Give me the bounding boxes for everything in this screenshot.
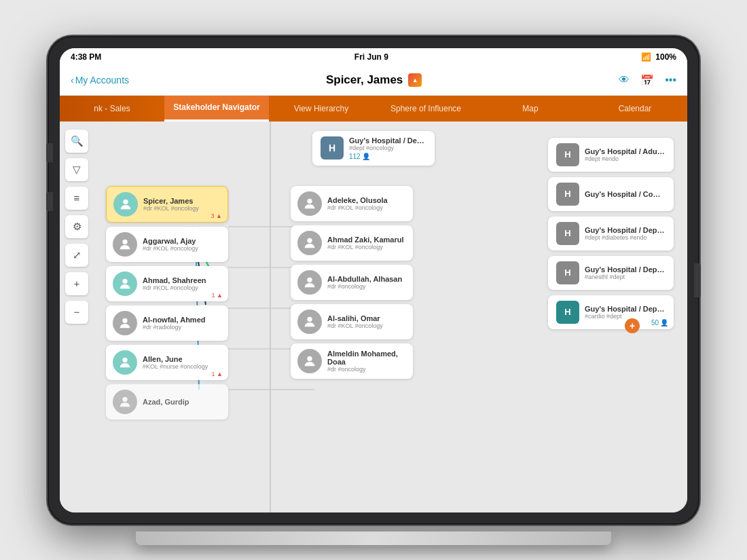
person-icon: 👤 [362, 153, 370, 160]
filter-button[interactable]: ▽ [65, 158, 88, 181]
hospital-card-commu[interactable]: H Guy's Hospital / Commu... [548, 177, 674, 211]
minus-icon: − [74, 306, 80, 318]
person-card-alnowfal[interactable]: Al-nowfal, Ahmed #dr #radiology [106, 305, 228, 341]
person-info-allen: Allen, June #KOL #nurse #oncology [143, 355, 221, 370]
status-date: Fri Jun 9 [354, 52, 388, 62]
tab-hierarchy[interactable]: View Hierarchy [269, 96, 374, 122]
person-info-ahmad-zaki: Ahmad Zaki, Kamarul #dr #KOL #oncology [327, 236, 406, 250]
left-toolbar: 🔍 ▽ ≡ ⚙ ⤢ + − [65, 130, 88, 324]
expand-button[interactable]: ⤢ [65, 244, 88, 267]
plus-icon: + [74, 278, 80, 289]
person-card-ahmad-zaki[interactable]: Ahmad Zaki, Kamarul #dr #KOL #oncology [291, 225, 413, 261]
volume-up-button[interactable] [46, 143, 53, 162]
nav-actions: 👁 📅 ••• [619, 74, 676, 87]
svg-point-16 [122, 239, 127, 244]
status-time: 4:38 PM [71, 52, 101, 62]
gear-icon: ⚙ [73, 221, 81, 233]
list-icon: ≡ [74, 192, 80, 204]
person-card-almeldin[interactable]: Almeldin Mohamed, Doaa #dr #oncology [291, 343, 413, 379]
nav-title: Spicer, James ▲ [326, 73, 422, 87]
person-info-adeleke: Adeleke, Olusola #dr #KOL #oncology [327, 196, 406, 211]
svg-point-18 [122, 318, 127, 322]
hospital-card-dep[interactable]: H Guy's Hospital / Dep of ... #dept #dia… [548, 217, 674, 250]
person-info-alnowfal: Al-nowfal, Ahmed #dr #radiology [143, 316, 221, 331]
main-content: 🔍 ▽ ≡ ⚙ ⤢ + − [60, 122, 687, 512]
device-frame: 4:38 PM Fri Jun 9 📶 100% ‹ My Accounts S… [48, 36, 699, 525]
person-info-almeldin: Almeldin Mohamed, Doaa #dr #oncology [327, 350, 406, 373]
svg-point-20 [122, 396, 127, 401]
hospital-card-cardio[interactable]: H Guy's Hospital / Dept of ... #cardio #… [548, 295, 674, 329]
navigator-canvas[interactable]: H Guy's Hospital / Dept of ... #dept #on… [60, 122, 687, 512]
settings-button[interactable]: ⚙ [65, 215, 88, 238]
person-card-spicer[interactable]: Spicer, James #dr #KOL #oncology 3 ▲ [106, 186, 228, 223]
card-badge-allen: 1 ▲ [212, 371, 223, 377]
avatar-almeldin [297, 349, 322, 373]
hospital-info-2: Guy's Hospital / Commu... [585, 190, 666, 198]
svg-point-21 [307, 198, 312, 203]
zoom-in-button[interactable]: + [65, 272, 88, 295]
battery-icon: 100% [655, 52, 676, 62]
hospital-card-anesthl[interactable]: H Guy's Hospital / Dept of ... #anesthl … [548, 256, 674, 290]
tab-calendar[interactable]: Calendar [583, 96, 687, 122]
tab-stakeholder[interactable]: Stakeholder Navigator [164, 96, 269, 122]
hospital-card-adult-in[interactable]: H Guy's Hospital / Adult In... #dept #en… [548, 138, 674, 172]
card-badge-spicer: 3 ▲ [211, 212, 222, 219]
calendar-icon[interactable]: 📅 [640, 74, 654, 87]
search-button[interactable]: 🔍 [65, 130, 88, 153]
top-hospital-card[interactable]: H Guy's Hospital / Dept of ... #dept #on… [312, 131, 435, 166]
filter-icon: ▽ [73, 164, 81, 176]
tab-sales[interactable]: nk - Sales [60, 96, 164, 122]
svg-point-22 [307, 238, 312, 242]
status-indicators: 📶 100% [641, 52, 676, 62]
hospital-info-3: Guy's Hospital / Dep of ... #dept #diabe… [585, 226, 666, 241]
person-info-alsalihi: Al-salihi, Omar #dr #KOL #oncology [327, 314, 406, 329]
avatar-spicer [113, 192, 138, 217]
hospital-count: 112 👤 [349, 153, 426, 160]
svg-point-19 [122, 357, 127, 362]
person-card-ahmad-shahreen[interactable]: Ahmad, Shahreen #dr #KOL #oncology 1 ▲ [106, 266, 228, 301]
hospital-icon-1: H [556, 143, 579, 166]
person-card-alsalihi[interactable]: Al-salihi, Omar #dr #KOL #oncology [291, 304, 413, 339]
back-button[interactable]: ‹ My Accounts [71, 75, 129, 86]
zoom-out-button[interactable]: − [65, 301, 88, 324]
page-title: Spicer, James [326, 73, 403, 87]
hospital-icon-4: H [556, 261, 579, 284]
eye-icon[interactable]: 👁 [619, 74, 630, 86]
svg-point-23 [307, 277, 312, 282]
volume-down-button[interactable] [46, 192, 53, 211]
hospital-icon: H [321, 136, 344, 160]
svg-point-24 [307, 316, 312, 321]
avatar-alsalihi [297, 310, 322, 334]
svg-point-15 [123, 199, 128, 204]
person-card-allen[interactable]: Allen, June #KOL #nurse #oncology 1 ▲ [106, 345, 228, 380]
avatar-azad [113, 390, 137, 414]
hospital-name: Guy's Hospital / Dept of ... [349, 136, 426, 145]
device-screen: 4:38 PM Fri Jun 9 📶 100% ‹ My Accounts S… [60, 48, 687, 512]
tab-bar: nk - Sales Stakeholder Navigator View Hi… [60, 96, 687, 122]
avatar-ahmad-zaki [297, 231, 322, 255]
person-info-ahmad-shahreen: Ahmad, Shahreen #dr #KOL #oncology [143, 276, 221, 291]
avatar-adeleke [297, 191, 322, 216]
person-card-azad[interactable]: Azad, Gurdip [106, 384, 228, 419]
hospital-icon-5: H [556, 301, 579, 324]
person-card-alabdullah[interactable]: Al-Abdullah, Alhasan #dr #oncology [291, 265, 413, 300]
person-card-aggarwal[interactable]: Aggarwal, Ajay #dr #KOL #oncology [106, 227, 228, 262]
avatar-alabdullah [297, 270, 322, 295]
avatar-ahmad-shahreen [113, 272, 137, 296]
hospital-info: Guy's Hospital / Dept of ... #dept #onco… [349, 136, 426, 160]
avatar-allen [113, 350, 137, 375]
add-button[interactable]: + [625, 318, 640, 333]
svg-point-25 [307, 356, 312, 360]
count-badge: 50 👤 [651, 319, 668, 326]
tab-map[interactable]: Map [478, 96, 583, 122]
more-icon[interactable]: ••• [665, 74, 676, 86]
wifi-icon: 📶 [641, 52, 651, 62]
hospital-info-1: Guy's Hospital / Adult In... #dept #endo [585, 147, 666, 162]
person-card-adeleke[interactable]: Adeleke, Olusola #dr #KOL #oncology [291, 186, 413, 221]
hospital-tags: #dept #oncology [349, 145, 426, 151]
home-button[interactable] [694, 263, 701, 297]
search-icon: 🔍 [71, 135, 84, 147]
tab-sphere[interactable]: Sphere of Influence [374, 96, 478, 122]
list-button[interactable]: ≡ [65, 187, 88, 210]
back-label[interactable]: My Accounts [75, 75, 129, 86]
